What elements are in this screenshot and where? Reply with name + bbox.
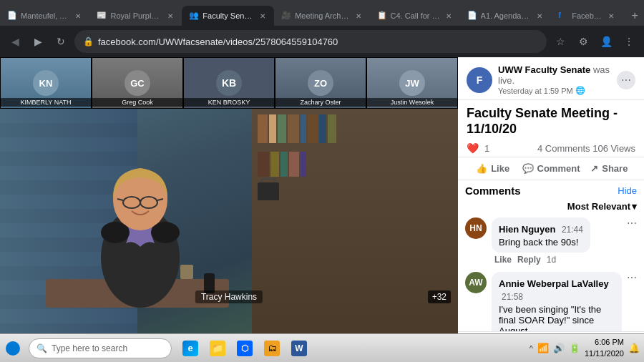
- tab-close-2[interactable]: ✕: [166, 11, 175, 21]
- participant-avatar-kb: KB: [216, 70, 242, 96]
- participant-name-1: KIMBERLY NATH: [1, 98, 91, 107]
- action-buttons-row: 👍 Like 💬 Comment ↗ Share: [458, 157, 644, 180]
- back-button[interactable]: ◀: [6, 32, 24, 51]
- comment-bubble-1: Hien Nguyen 21:44 Bring back the 90s!: [492, 217, 590, 253]
- battery-icon[interactable]: 🔋: [569, 343, 580, 353]
- comment-button[interactable]: 💬 Comment: [522, 159, 580, 178]
- taskbar-app-dropbox[interactable]: ⬡: [232, 335, 258, 362]
- address-bar[interactable]: 🔒 facebook.com/UWWfacsenate/videos/25780…: [74, 30, 547, 53]
- comment-menu-2[interactable]: ⋯: [627, 272, 637, 331]
- forward-button[interactable]: ▶: [29, 32, 47, 51]
- tab-royal-purple[interactable]: 📰 Royal Purple S... ✕: [89, 6, 182, 26]
- comment-body-1: Hien Nguyen 21:44 Bring back the 90s! Li…: [492, 217, 622, 265]
- tab-favicon-3: 👥: [189, 11, 199, 21]
- comment-bubble-2: Annie Weberpal LaValley 21:58 I've been …: [492, 272, 622, 331]
- tab-favicon-4: 🎥: [281, 11, 291, 21]
- tab-meeting-archive[interactable]: 🎥 Meeting Archive... ✕: [274, 6, 369, 26]
- participant-avatar-2: GC: [125, 70, 150, 96]
- profile-icon[interactable]: 👤: [597, 32, 615, 51]
- comment-time-2: 21:58: [502, 292, 523, 302]
- windows-icon: [6, 341, 20, 356]
- tab-favicon-6: 📄: [467, 11, 477, 21]
- new-tab-button[interactable]: +: [625, 6, 644, 26]
- taskbar-app-file-explorer[interactable]: 📁: [205, 335, 230, 362]
- tab-close-6[interactable]: ✕: [535, 11, 544, 21]
- tab-manteufel[interactable]: 📄 Manteufel, Ale... ✕: [0, 6, 89, 26]
- sound-icon[interactable]: 🔊: [553, 343, 565, 353]
- comment-time-1: 21:44: [562, 225, 583, 235]
- network-icon[interactable]: 📶: [537, 343, 549, 353]
- address-text: facebook.com/UWWfacsenate/videos/2578064…: [98, 36, 538, 47]
- like-button[interactable]: 👍 Like: [464, 159, 522, 178]
- tab-c4[interactable]: 📋 C4. Call for 20... ✕: [370, 6, 460, 26]
- like-icon: 👍: [476, 163, 487, 174]
- comment-like-1[interactable]: Like: [494, 255, 512, 265]
- reload-button[interactable]: ↻: [52, 32, 70, 51]
- tab-close-4[interactable]: ✕: [354, 11, 363, 21]
- lock-icon: 🔒: [83, 36, 94, 47]
- bookshelf-books: [252, 109, 458, 149]
- search-icon: 🔍: [36, 343, 47, 353]
- page-avatar-icon: F: [477, 74, 483, 86]
- tab-close-3[interactable]: ✕: [258, 11, 267, 21]
- comment-text-1: Bring back the 90s!: [499, 237, 583, 248]
- bookshelf: [252, 109, 458, 336]
- taskbar-app-word[interactable]: W: [286, 335, 312, 362]
- tab-close-1[interactable]: ✕: [74, 11, 82, 21]
- sort-row: Most Relevant ▾: [465, 201, 637, 212]
- comment-reply-1[interactable]: Reply: [517, 255, 541, 265]
- browser-toolbar: ◀ ▶ ↻ 🔒 facebook.com/UWWfacsenate/videos…: [0, 26, 644, 57]
- comment-icon: 💬: [522, 163, 534, 174]
- reactions-row: ❤️ 1 4 Comments 106 Views: [458, 140, 644, 157]
- tab-close-7[interactable]: ✕: [607, 11, 615, 21]
- comment-actions-1: Like Reply 1d: [492, 255, 622, 265]
- tab-facebook[interactable]: f Facebook ✕: [551, 6, 623, 26]
- video-presenter-label: Tracy Hawkins: [195, 290, 263, 303]
- start-button[interactable]: [0, 334, 26, 362]
- more-options-icon[interactable]: ⋮: [620, 32, 638, 51]
- comment-menu-1[interactable]: ⋯: [627, 217, 637, 265]
- participant-name-4: Zachary Oster: [275, 98, 366, 107]
- tab-faculty-senate[interactable]: 👥 Faculty Senate... ✕: [182, 6, 274, 26]
- tab-label-2: Royal Purple S...: [110, 11, 162, 20]
- browser-chrome: 📄 Manteufel, Ale... ✕ 📰 Royal Purple S..…: [0, 0, 644, 57]
- bookmark-icon[interactable]: ☆: [551, 32, 570, 51]
- folder-icon: 🗂: [264, 341, 280, 356]
- video-section: KN KIMBERLY NATH GC Greg Cook KB KEN BRO…: [0, 57, 458, 362]
- page-more-button[interactable]: ⋯: [617, 71, 635, 89]
- page-avatar[interactable]: F: [467, 67, 492, 93]
- main-content: KN KIMBERLY NATH GC Greg Cook KB KEN BRO…: [0, 57, 644, 362]
- tab-favicon-1: 📄: [7, 11, 17, 21]
- participant-5: JW Justin Wesolek: [366, 57, 458, 109]
- participant-3: KB KEN BROSKY: [183, 57, 275, 109]
- comment-avatar-2: AW: [465, 272, 487, 293]
- search-box[interactable]: 🔍 Type here to search: [29, 338, 172, 358]
- taskbar-app-folder[interactable]: 🗂: [259, 335, 285, 362]
- share-button[interactable]: ↗ Share: [580, 159, 638, 178]
- search-placeholder-text: Type here to search: [52, 343, 127, 353]
- bookshelf-books-2: [252, 149, 458, 180]
- extensions-icon[interactable]: ⚙: [574, 32, 592, 51]
- sort-dropdown[interactable]: Most Relevant ▾: [567, 201, 637, 212]
- taskbar-app-edge[interactable]: e: [177, 335, 203, 362]
- svg-point-7: [101, 222, 130, 243]
- comments-title: Comments: [465, 185, 521, 197]
- comment-item-2: AW Annie Weberpal LaValley 21:58 I've be…: [465, 272, 637, 331]
- svg-point-8: [151, 222, 180, 243]
- notification-center-icon[interactable]: 🔔: [628, 343, 640, 353]
- tab-close-5[interactable]: ✕: [444, 11, 453, 21]
- participant-name-2: Greg Cook: [92, 98, 182, 107]
- main-video: Tracy Hawkins +32: [0, 109, 458, 336]
- hide-comments-button[interactable]: Hide: [618, 185, 637, 196]
- tab-label-4: Meeting Archive...: [295, 11, 350, 20]
- system-clock[interactable]: 6:06 PM 11/11/2020: [585, 337, 624, 359]
- page-sublabel: Yesterday at 1:59 PM 🌐: [498, 86, 611, 95]
- page-info: F UWW Faculty Senate was live. Yesterday…: [467, 64, 635, 95]
- clock-date: 11/11/2020: [585, 348, 624, 359]
- tab-a1[interactable]: 📄 A1. Agenda_Fi... ✕: [460, 6, 552, 26]
- bag: [258, 182, 279, 200]
- participant-4: ZO Zachary Oster: [275, 57, 366, 109]
- show-hidden-icon[interactable]: ^: [530, 344, 533, 353]
- comment-text-2: I've been singing "It's the final SOAR D…: [499, 304, 615, 331]
- comments-header: Comments Hide: [465, 185, 637, 197]
